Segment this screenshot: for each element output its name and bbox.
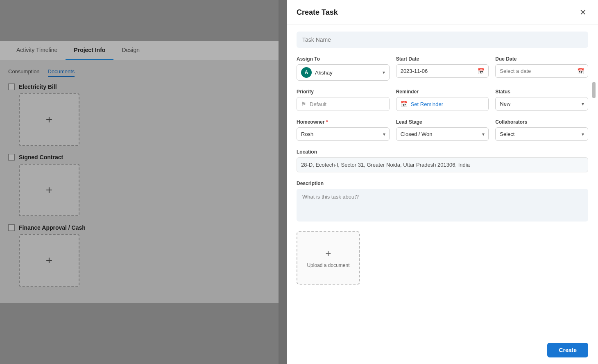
location-label: Location <box>297 149 588 155</box>
homeowner-label: Homeowner * <box>297 119 390 125</box>
modal-body: Assign To A Akshay ▾ Start Date 📅 <box>287 25 598 336</box>
due-date-input[interactable] <box>495 64 588 78</box>
required-indicator: * <box>326 119 328 125</box>
form-row-1: Assign To A Akshay ▾ Start Date 📅 <box>297 56 588 81</box>
task-name-input[interactable] <box>297 32 588 48</box>
due-date-field: Due Date 📅 <box>495 56 588 81</box>
due-date-label: Due Date <box>495 56 588 62</box>
scroll-indicator <box>592 82 596 98</box>
start-date-label: Start Date <box>396 56 489 62</box>
assign-to-select[interactable]: A Akshay ▾ <box>297 64 390 81</box>
homeowner-select-wrapper: Rosh <box>297 127 390 141</box>
priority-label: Priority <box>297 89 390 95</box>
homeowner-select[interactable]: Rosh <box>297 127 390 141</box>
description-label: Description <box>297 181 588 186</box>
form-row-2: Priority ⚑ Default Reminder 📅 Set Remind… <box>297 89 588 111</box>
lead-stage-field: Lead Stage Closed / Won Open Lost Pendin… <box>396 119 489 141</box>
location-section: Location 28-D, Ecotech-I, Sector 31, Gre… <box>297 149 588 172</box>
reminder-select[interactable]: 📅 Set Reminder <box>396 97 489 111</box>
lead-stage-select[interactable]: Closed / Won Open Lost Pending <box>396 127 489 141</box>
upload-label: Upload a document <box>307 262 349 268</box>
form-row-3: Homeowner * Rosh Lead Stage Closed / Won <box>297 119 588 141</box>
modal-header: Create Task ✕ <box>287 0 598 25</box>
modal-overlay: Create Task ✕ Assign To A Akshay ▾ <box>0 0 598 364</box>
reminder-icon: 📅 <box>401 101 408 107</box>
collaborators-label: Collaborators <box>495 119 588 125</box>
lead-stage-select-wrapper: Closed / Won Open Lost Pending <box>396 127 489 141</box>
upload-plus-icon: + <box>325 248 331 259</box>
modal-title: Create Task <box>297 8 338 17</box>
status-field: Status New In Progress Done Cancelled <box>495 89 588 111</box>
location-value: 28-D, Ecotech-I, Sector 31, Greater Noid… <box>297 157 588 172</box>
flag-icon: ⚑ <box>301 101 306 107</box>
priority-select[interactable]: ⚑ Default <box>297 97 390 111</box>
reminder-label: Reminder <box>396 89 489 95</box>
close-button[interactable]: ✕ <box>578 7 588 18</box>
modal-footer: Create <box>287 336 598 364</box>
status-label: Status <box>495 89 588 95</box>
collaborators-select[interactable]: Select <box>495 127 588 141</box>
status-select[interactable]: New In Progress Done Cancelled <box>495 97 588 111</box>
priority-value: Default <box>310 101 385 107</box>
start-date-input[interactable] <box>396 64 489 78</box>
priority-field: Priority ⚑ Default <box>297 89 390 111</box>
chevron-down-icon: ▾ <box>383 70 385 75</box>
collaborators-select-wrapper: Select <box>495 127 588 141</box>
assign-name: Akshay <box>315 70 383 76</box>
create-task-modal: Create Task ✕ Assign To A Akshay ▾ <box>287 0 598 364</box>
description-section: Description <box>297 181 588 223</box>
upload-document-box[interactable]: + Upload a document <box>297 231 360 285</box>
status-select-wrapper: New In Progress Done Cancelled <box>495 97 588 111</box>
assign-to-label: Assign To <box>297 56 390 62</box>
collaborators-field: Collaborators Select <box>495 119 588 141</box>
avatar: A <box>301 67 312 78</box>
reminder-value: Set Reminder <box>411 101 443 107</box>
create-button[interactable]: Create <box>547 343 588 357</box>
assign-to-field: Assign To A Akshay ▾ <box>297 56 390 81</box>
start-date-field: Start Date 📅 <box>396 56 489 81</box>
homeowner-field: Homeowner * Rosh <box>297 119 390 141</box>
description-textarea[interactable] <box>297 189 588 222</box>
lead-stage-label: Lead Stage <box>396 119 489 125</box>
reminder-field: Reminder 📅 Set Reminder <box>396 89 489 111</box>
